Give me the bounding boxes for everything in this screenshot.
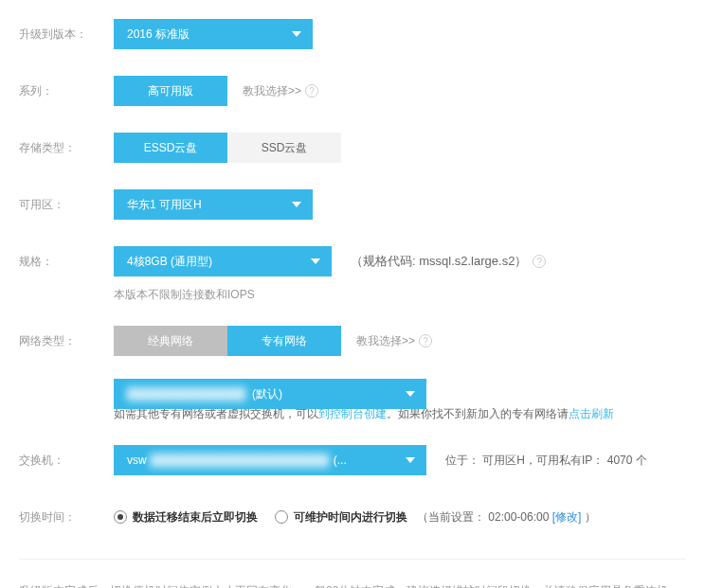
spec-dropdown[interactable]: 4核8GB (通用型) xyxy=(114,246,332,276)
vswitch-display-suffix: (... xyxy=(334,454,347,467)
series-label: 系列： xyxy=(19,83,114,99)
vswitch-dropdown[interactable]: vsw ██████████████████ (... xyxy=(114,445,426,475)
storage-option-ssd[interactable]: SSD云盘 xyxy=(227,133,341,163)
switch-window-text: （当前设置： 02:00-06:00 [修改] ） xyxy=(417,509,596,526)
spec-dropdown-value: 4核8GB (通用型) xyxy=(127,254,212,270)
network-option-vpc[interactable]: 专有网络 xyxy=(227,326,341,356)
version-label: 升级到版本： xyxy=(19,27,114,43)
radio-label-immediate: 数据迁移结束后立即切换 xyxy=(133,509,258,526)
chevron-down-icon xyxy=(292,31,301,37)
chevron-down-icon xyxy=(406,391,415,397)
zone-dropdown-value: 华东1 可用区H xyxy=(127,197,202,213)
vpc-masked-value: ████████████ xyxy=(127,387,246,401)
switch-time-label: 切换时间： xyxy=(19,509,114,526)
storage-label: 存储类型： xyxy=(19,140,114,156)
vswitch-masked-value: ██████████████████ xyxy=(151,454,330,467)
version-dropdown[interactable]: 2016 标准版 xyxy=(114,19,313,49)
help-icon: ? xyxy=(419,334,432,347)
radio-icon xyxy=(114,510,127,524)
footer-note: 升级版本完成后，切换停机时间依实例大小不同有变化，一般20分钟内完成，建议选择维… xyxy=(19,559,686,588)
network-help-link[interactable]: 教我选择>> ? xyxy=(356,333,432,349)
storage-option-essd[interactable]: ESSD云盘 xyxy=(114,133,227,163)
series-help-link[interactable]: 教我选择>> ? xyxy=(243,83,318,99)
vpc-dropdown[interactable]: ████████████ (默认) xyxy=(114,379,426,409)
vswitch-prefix: vsw xyxy=(127,454,147,467)
switch-time-radio-window[interactable]: 可维护时间内进行切换 （当前设置： 02:00-06:00 [修改] ） xyxy=(275,509,596,526)
vpc-console-link[interactable]: 到控制台创建 xyxy=(318,407,387,420)
network-label: 网络类型： xyxy=(19,333,114,349)
radio-icon xyxy=(275,510,288,524)
spec-label: 规格： xyxy=(19,254,114,270)
radio-label-window: 可维护时间内进行切换 xyxy=(294,509,407,526)
zone-dropdown[interactable]: 华东1 可用区H xyxy=(114,189,313,220)
version-dropdown-value: 2016 标准版 xyxy=(127,27,190,43)
help-icon: ? xyxy=(305,84,318,98)
modify-window-link[interactable]: [修改] xyxy=(552,510,582,524)
series-option-ha[interactable]: 高可用版 xyxy=(114,76,227,106)
vpc-refresh-link[interactable]: 点击刷新 xyxy=(569,407,614,420)
chevron-down-icon xyxy=(292,202,301,207)
switch-time-radio-immediate[interactable]: 数据迁移结束后立即切换 xyxy=(114,509,258,526)
network-option-classic: 经典网络 xyxy=(114,326,227,356)
help-icon: ? xyxy=(533,255,546,268)
vswitch-label: 交换机： xyxy=(19,453,114,469)
vswitch-location: 位于： 可用区H，可用私有IP： 4070 个 xyxy=(445,453,647,469)
spec-code-text: （规格代码: mssql.s2.large.s2） ? xyxy=(351,253,546,270)
spec-note: 本版本不限制连接数和IOPS xyxy=(114,286,686,303)
chevron-down-icon xyxy=(406,457,415,463)
chevron-down-icon xyxy=(311,258,320,264)
zone-label: 可用区： xyxy=(19,197,114,213)
vpc-suffix: (默认) xyxy=(252,386,282,402)
